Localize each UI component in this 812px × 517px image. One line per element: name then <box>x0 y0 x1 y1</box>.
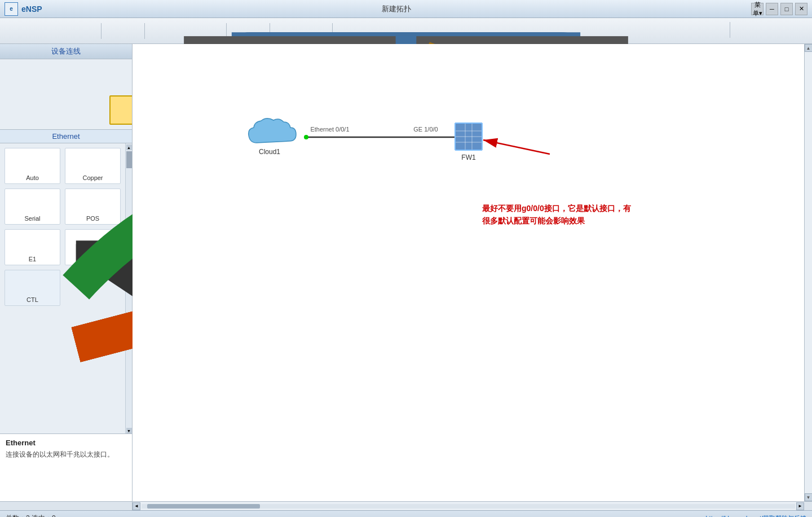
hscroll-track-inner <box>142 504 795 509</box>
svg-text:GE 1/0/0: GE 1/0/0 <box>413 126 438 133</box>
device-section: 设备连线 R <box>0 44 132 433</box>
cable-ctl[interactable]: CTL <box>5 270 60 306</box>
svg-text:FW1: FW1 <box>461 154 476 161</box>
hscroll-left-btn[interactable]: ◄ <box>133 502 140 510</box>
svg-point-74 <box>304 135 308 139</box>
hscroll-track: ◄ ► <box>133 502 804 510</box>
svg-line-88 <box>483 140 550 154</box>
svg-text:Ethernet 0/0/1: Ethernet 0/0/1 <box>310 126 349 133</box>
network-diagram: Cloud1 FW1 Ethernet 0/0/1 GE 1/0/0 <box>133 44 804 501</box>
ctl-cable-icon <box>16 273 50 295</box>
main-area: 设备连线 R <box>0 44 812 501</box>
canvas-area[interactable]: Cloud1 FW1 Ethernet 0/0/1 GE 1/0/0 <box>133 44 804 501</box>
svg-text:Cloud1: Cloud1 <box>259 148 280 156</box>
hscroll-right-btn[interactable]: ► <box>796 502 804 510</box>
left-panel: 设备连线 R <box>0 44 133 501</box>
cable-types-list: Auto Copper <box>0 143 125 433</box>
hscroll-thumb[interactable] <box>147 504 260 509</box>
